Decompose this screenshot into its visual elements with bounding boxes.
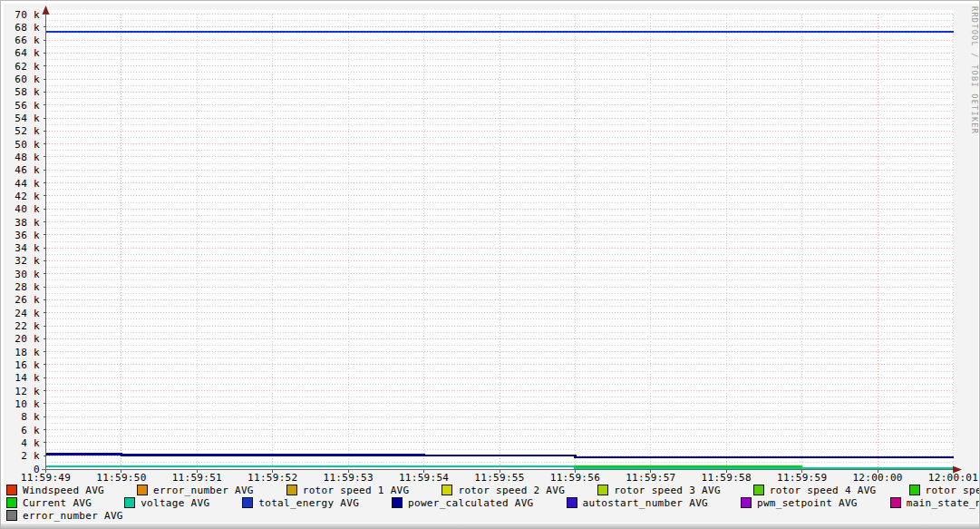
legend-item: Current AVG (6, 497, 92, 509)
legend-item: autostart_number AVG (567, 497, 708, 509)
x-axis-label: 12:00:00 (852, 472, 902, 484)
legend-item: pwm_setpoint AVG (741, 497, 858, 509)
y-axis-label: 2 k (21, 450, 40, 462)
y-axis-label: 34 k (15, 242, 40, 254)
legend-row: error_number AVG (6, 509, 980, 522)
legend-label: pwm_setpoint AVG (757, 497, 858, 509)
legend-label: rotor speed 4 AVG (770, 485, 877, 496)
watermark: RRDTOOL / TOBI OETIKER (970, 6, 979, 134)
y-axis-label: 50 k (15, 139, 40, 151)
y-axis-label: 8 k (21, 411, 40, 423)
legend-swatch-icon (6, 497, 17, 508)
y-axis-label: 42 k (15, 191, 40, 202)
legend-item: rotor speed 3 AVG (597, 485, 721, 496)
legend-item: total_energy AVG (242, 497, 359, 509)
y-axis-label: 12 k (15, 386, 40, 397)
legend-item: rotor speed 2 AVG (441, 485, 565, 496)
x-axis-label: 11:59:59 (777, 472, 827, 484)
legend-label: error_number AVG (23, 510, 123, 522)
legend-item: error_number AVG (137, 485, 254, 496)
legend-swatch-icon (441, 485, 452, 495)
y-axis-label: 68 k (15, 22, 40, 34)
y-axis-labels: 70 k68 k66 k64 k62 k60 k58 k56 k54 k52 k… (15, 9, 40, 475)
y-axis-label: 60 k (15, 73, 40, 85)
legend-swatch-icon (6, 510, 17, 521)
y-axis-label: 20 k (15, 333, 40, 345)
legend-item: rotor speed 1 AVG (286, 485, 410, 496)
bottom-window-edge (1, 524, 979, 528)
y-axis-label: 40 k (15, 203, 40, 215)
y-axis-label: 14 k (15, 372, 40, 384)
x-axis-label: 11:59:53 (323, 472, 373, 484)
legend-swatch-icon (909, 485, 920, 495)
y-axis-label: 66 k (15, 34, 40, 46)
legend-label: voltage AVG (141, 497, 209, 509)
legend-swatch-icon (6, 485, 17, 495)
legend-swatch-icon (597, 485, 608, 495)
x-axis-label: 11:59:52 (247, 472, 297, 484)
legend-label: rotor speed 3 AVG (614, 485, 721, 496)
y-axis-label: 16 k (15, 359, 40, 371)
legend-swatch-icon (567, 497, 577, 508)
legend-row: Windspeed AVGerror_number AVGrotor speed… (6, 484, 980, 496)
chart-canvas: 70 k68 k66 k64 k62 k60 k58 k56 k54 k52 k… (1, 1, 980, 529)
legend-item: rotor speed 5 AVG (909, 485, 980, 496)
y-axis-label: 58 k (15, 86, 40, 98)
legend-swatch-icon (124, 497, 135, 508)
legend-label: rotor speed 1 AVG (303, 485, 410, 496)
x-axis-label: 11:59:58 (702, 472, 752, 484)
legend-label: autostart_number AVG (583, 497, 708, 509)
legend-item: voltage AVG (124, 497, 209, 509)
legend-label: power_calculated AVG (408, 497, 533, 509)
legend-item: error_number AVG (6, 510, 123, 522)
legend-swatch-icon (890, 497, 901, 508)
x-axis-label: 11:59:55 (474, 472, 524, 484)
y-axis-label: 24 k (15, 308, 40, 319)
y-axis-label: 54 k (15, 113, 40, 124)
y-axis-label: 32 k (15, 255, 40, 267)
legend-item: main_state_number AVG (890, 497, 980, 509)
y-axis-label: 18 k (15, 347, 40, 358)
y-axis-label: 56 k (15, 100, 40, 112)
y-axis-label: 6 k (21, 425, 40, 436)
y-axis-label: 44 k (15, 178, 40, 190)
x-axis-label: 11:59:50 (96, 472, 146, 484)
y-axis-label: 52 k (15, 125, 40, 137)
x-axis-label: 11:59:49 (21, 472, 71, 484)
legend-swatch-icon (242, 497, 253, 508)
y-axis-label: 4 k (21, 437, 40, 449)
y-axis-label: 48 k (15, 152, 40, 163)
legend-label: rotor speed 2 AVG (458, 485, 565, 496)
x-axis-label: 12:00:01 (928, 472, 978, 484)
legend-label: Windspeed AVG (23, 485, 104, 496)
x-axis-label: 11:59:57 (626, 472, 675, 484)
rrdtool-graph-page: 70 k68 k66 k64 k62 k60 k58 k56 k54 k52 k… (0, 0, 980, 529)
legend-swatch-icon (286, 485, 297, 495)
legend-item: rotor speed 4 AVG (753, 485, 877, 496)
legend-swatch-icon (741, 497, 752, 508)
y-axis-label: 26 k (15, 294, 40, 306)
legend-swatch-icon (137, 485, 148, 495)
legend-label: Current AVG (23, 497, 92, 509)
y-axis-label: 28 k (15, 281, 40, 293)
y-axis-label: 70 k (15, 9, 40, 21)
x-axis-label: 11:59:54 (399, 472, 449, 484)
y-axis-label: 22 k (15, 320, 40, 332)
legend-label: rotor speed 5 AVG (926, 485, 980, 496)
x-axis-label: 11:59:56 (550, 472, 600, 484)
y-axis-label: 64 k (15, 47, 40, 59)
legend-item: Windspeed AVG (6, 485, 104, 496)
y-axis-label: 36 k (15, 230, 40, 241)
y-axis-label: 38 k (15, 217, 40, 229)
y-axis-label: 30 k (15, 269, 40, 280)
legend-swatch-icon (392, 497, 403, 508)
legend: Windspeed AVGerror_number AVGrotor speed… (6, 484, 980, 522)
x-axis-label: 11:59:51 (172, 472, 222, 484)
legend-label: error_number AVG (153, 485, 254, 496)
legend-row: Current AVGvoltage AVGtotal_energy AVGpo… (6, 496, 980, 509)
y-axis-label: 10 k (15, 398, 40, 410)
legend-item: power_calculated AVG (392, 497, 533, 509)
y-axis-label: 46 k (15, 164, 40, 176)
legend-label: total_energy AVG (258, 497, 359, 509)
legend-swatch-icon (753, 485, 764, 495)
